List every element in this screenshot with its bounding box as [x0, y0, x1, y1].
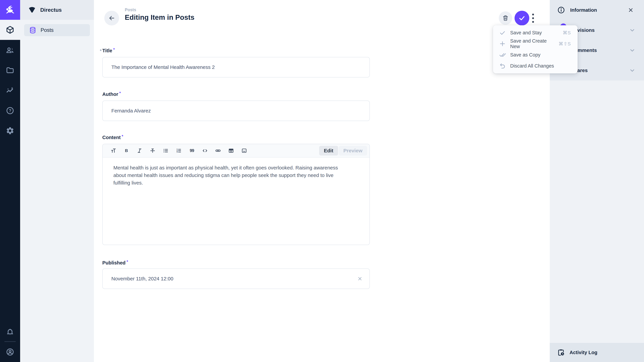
shortcut-hint: ⌘⇧S: [559, 41, 571, 46]
help-icon: ?: [6, 106, 14, 115]
folder-icon: [6, 66, 14, 75]
numbered-list-icon: 1 2 3: [176, 148, 182, 154]
nav-item-posts[interactable]: Posts: [24, 24, 90, 36]
published-input-shell: [102, 269, 370, 289]
main-content: Posts Editing Item in Posts: [94, 0, 550, 362]
menu-item-save-and-create-new[interactable]: Save and Create New ⌘⇧S: [493, 38, 578, 49]
directus-app: ?: [0, 0, 644, 362]
notifications-button[interactable]: [0, 322, 20, 342]
tab-edit[interactable]: Edit: [319, 146, 338, 156]
menu-item-save-as-copy[interactable]: Save as Copy: [493, 49, 578, 60]
strikethrough-icon: [150, 148, 156, 154]
activity-log-icon: [557, 349, 565, 356]
bell-icon: [6, 328, 14, 336]
project-name: Directus: [40, 7, 62, 13]
project-chooser[interactable]: Directus: [20, 0, 94, 20]
svg-text:99: 99: [190, 148, 194, 153]
check-icon: [518, 14, 526, 22]
inline-code-button[interactable]: [201, 147, 209, 155]
menu-item-discard-all-changes[interactable]: Discard All Changes: [493, 60, 578, 71]
svg-text:B: B: [125, 148, 128, 153]
insights-icon: [6, 86, 14, 95]
directus-rabbit-icon: [4, 4, 16, 16]
required-marker: *: [119, 91, 121, 95]
dots-vertical-icon: [532, 13, 534, 15]
database-icon: [29, 26, 36, 34]
arrow-left-icon: [108, 14, 115, 22]
svg-text:3: 3: [176, 151, 178, 153]
code-icon: [202, 148, 208, 154]
directus-logo[interactable]: [0, 0, 20, 20]
table-icon: [228, 148, 234, 154]
author-input[interactable]: [111, 108, 363, 114]
table-button[interactable]: [227, 147, 235, 155]
user-avatar-button[interactable]: [0, 342, 20, 362]
module-user-directory[interactable]: [0, 40, 20, 60]
published-input[interactable]: [111, 276, 357, 282]
required-marker: *: [122, 134, 123, 139]
gear-icon: [6, 126, 14, 135]
content-editor-toolbar: B: [103, 144, 370, 158]
nav-item-label: Posts: [40, 27, 54, 33]
content-textarea[interactable]: Mental health is just as important as ph…: [103, 158, 370, 187]
author-field-label: Author*: [102, 91, 121, 97]
published-field-label: Published*: [102, 259, 128, 266]
editor-mode-tabs: Edit Preview: [319, 146, 367, 156]
module-settings[interactable]: [0, 121, 20, 141]
tab-preview[interactable]: Preview: [339, 146, 367, 156]
nav-panel: Directus Posts: [20, 0, 94, 362]
double-check-icon: [499, 51, 506, 58]
blockquote-button[interactable]: 99: [188, 147, 196, 155]
bold-button[interactable]: B: [122, 147, 130, 155]
save-button[interactable]: [514, 11, 529, 25]
image-button[interactable]: [240, 147, 248, 155]
module-help[interactable]: ?: [0, 100, 20, 121]
project-fan-icon: [28, 6, 36, 14]
field-edited-dot: [100, 49, 102, 51]
undo-icon: [499, 62, 506, 69]
page-title: Editing Item in Posts: [125, 13, 194, 21]
delete-button[interactable]: [499, 11, 512, 25]
more-options-button[interactable]: [529, 11, 537, 25]
title-input[interactable]: [111, 64, 363, 70]
image-icon: [241, 148, 247, 154]
close-icon: [357, 276, 363, 282]
title-input-shell: [102, 57, 370, 77]
module-content[interactable]: [0, 20, 20, 40]
format-text-size-icon: [110, 148, 116, 154]
required-marker: *: [113, 47, 115, 52]
numbered-list-button[interactable]: 1 2 3: [175, 147, 183, 155]
content-editor: B: [102, 144, 370, 245]
check-icon: [499, 29, 506, 36]
avatar-icon: [6, 348, 14, 356]
chevron-down-icon: [629, 27, 636, 33]
italic-button[interactable]: [136, 147, 144, 155]
format-text-size-button[interactable]: [109, 147, 118, 155]
content-field-label: Content*: [102, 134, 123, 140]
shortcut-hint: ⌘S: [563, 30, 571, 35]
bulleted-list-button[interactable]: [162, 147, 170, 155]
link-icon: [215, 148, 221, 154]
content-cube-icon: [6, 25, 14, 34]
plus-icon: [499, 40, 506, 47]
link-button[interactable]: [214, 147, 222, 155]
module-file-library[interactable]: [0, 60, 20, 80]
clear-date-button[interactable]: [357, 276, 363, 282]
chevron-down-icon: [629, 67, 636, 74]
italic-icon: [136, 148, 142, 154]
back-button[interactable]: [104, 11, 119, 25]
blockquote-icon: 99: [189, 148, 195, 154]
strikethrough-button[interactable]: [148, 147, 157, 155]
sidebar-close-button[interactable]: [628, 7, 634, 13]
module-insights[interactable]: [0, 80, 20, 100]
activity-log-button[interactable]: Activity Log: [550, 343, 644, 362]
title-field-label: Title*: [102, 47, 115, 53]
chevron-down-icon: [629, 47, 636, 54]
info-icon: [557, 6, 565, 14]
bold-icon: B: [124, 148, 130, 154]
svg-text:?: ?: [9, 108, 11, 113]
trash-icon: [502, 15, 509, 21]
activity-log-label: Activity Log: [570, 350, 598, 355]
breadcrumb[interactable]: Posts: [125, 7, 136, 12]
menu-item-save-and-stay[interactable]: Save and Stay ⌘S: [493, 27, 578, 38]
